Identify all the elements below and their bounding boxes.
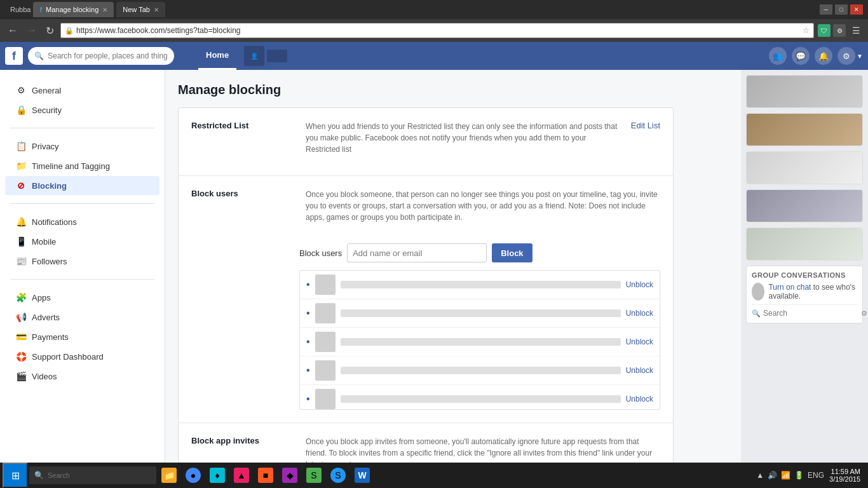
settings-ext-icon[interactable]: ⚙	[833, 24, 846, 37]
right-card-image-2	[747, 114, 862, 146]
sidebar-item-adverts[interactable]: 📢 Adverts	[5, 308, 159, 327]
bullet-icon: •	[306, 279, 310, 290]
blocked-name	[341, 338, 621, 346]
block-user-input[interactable]	[347, 243, 487, 262]
fb-friends-icon[interactable]: 👥	[769, 47, 787, 65]
blocked-name	[341, 281, 621, 288]
fb-avatar-block: 👤	[244, 46, 264, 66]
fb-notifications-icon[interactable]: 🔔	[815, 47, 832, 65]
sidebar-item-label-payments: Payments	[32, 332, 69, 342]
unblock-link-3[interactable]: Unblock	[626, 337, 653, 346]
fb-name-block	[267, 50, 287, 62]
group-conv-title: GROUP CONVERSATIONS	[752, 271, 857, 279]
new-tab-label: New Tab	[123, 6, 150, 13]
settings-conv-icon[interactable]: ⚙	[861, 309, 867, 318]
group-conv-info: Turn on chat to see who's available.	[768, 283, 857, 301]
blocked-avatar	[315, 332, 336, 352]
support-icon: 🛟	[15, 351, 27, 362]
sidebar-item-general[interactable]: ⚙ General	[5, 81, 159, 100]
address-bar[interactable]: 🔒 https://www.facebook.com/settings?tab=…	[60, 23, 814, 38]
adverts-icon: 📢	[15, 311, 27, 323]
mobile-icon: 📱	[15, 236, 27, 247]
facebook-header: f 🔍 Home 👤 👥 💬 🔔 ⚙ ▼	[0, 42, 868, 70]
sidebar-item-payments[interactable]: 💳 Payments	[5, 327, 159, 346]
unblock-link-1[interactable]: Unblock	[626, 280, 653, 289]
list-item: • Unblock	[300, 328, 660, 356]
sidebar-item-label-timeline: Timeline and Tagging	[32, 161, 110, 171]
list-item: • Unblock	[300, 385, 660, 410]
turn-on-chat-text[interactable]: Turn on chat to see who's available.	[768, 283, 857, 301]
payments-icon: 💳	[15, 331, 27, 342]
facebook-nav: Home 👤	[198, 42, 287, 70]
sidebar-item-apps[interactable]: 🧩 Apps	[5, 288, 159, 307]
back-button[interactable]: ←	[5, 24, 20, 37]
restricted-list-label: Restricted List	[191, 121, 293, 163]
sidebar-item-label-apps: Apps	[32, 293, 51, 302]
maximize-button[interactable]: □	[835, 4, 848, 15]
close-button[interactable]: ✕	[850, 4, 863, 15]
blocked-avatar	[315, 360, 336, 381]
bullet-icon: •	[306, 308, 310, 319]
browser-toolbar: ← → ↻ 🔒 https://www.facebook.com/setting…	[0, 19, 868, 42]
list-item: • Unblock	[300, 356, 660, 385]
block-button[interactable]: Block	[492, 243, 532, 262]
active-tab[interactable]: f Manage blocking ✕	[33, 2, 114, 17]
tab-label: Manage blocking	[46, 6, 98, 13]
minimize-button[interactable]: ─	[820, 4, 832, 15]
fb-messages-icon[interactable]: 💬	[792, 47, 810, 65]
notifications-icon: 🔔	[15, 216, 27, 227]
new-tab[interactable]: New Tab ✕	[116, 2, 165, 17]
block-users-label: Block users	[191, 189, 293, 231]
sidebar-item-mobile[interactable]: 📱 Mobile	[5, 232, 159, 251]
block-users-inline-label: Block users	[299, 248, 342, 258]
sidebar-item-followers[interactable]: 📰 Followers	[5, 252, 159, 271]
list-item: • Unblock	[300, 271, 660, 299]
page-wrapper: ⚙ General 🔒 Security 📋 Privacy 📁 Timelin…	[0, 70, 868, 463]
blocked-avatar	[315, 389, 336, 409]
fb-settings-dropdown[interactable]: ⚙ ▼	[837, 47, 863, 65]
sidebar-item-security[interactable]: 🔒 Security	[5, 100, 159, 119]
page-title: Manage blocking	[178, 83, 728, 97]
edit-list-link[interactable]: Edit List	[631, 121, 660, 163]
right-sidebar: GROUP CONVERSATIONS Turn on chat to see …	[741, 70, 868, 463]
chevron-down-icon: ▼	[857, 53, 863, 60]
sidebar-item-privacy[interactable]: 📋 Privacy	[5, 137, 159, 156]
sidebar-item-label-blocking: Blocking	[32, 181, 67, 191]
sidebar-item-videos[interactable]: 🎬 Videos	[5, 367, 159, 386]
group-conv-user: Turn on chat to see who's available.	[752, 283, 857, 301]
right-card-1	[746, 75, 863, 108]
url-text: https://www.facebook.com/settings?tab=bl…	[76, 26, 800, 35]
blocked-users-list: • Unblock • Unblock •	[299, 270, 660, 410]
tab-close-icon[interactable]: ✕	[102, 6, 107, 13]
unblock-link-5[interactable]: Unblock	[626, 395, 653, 403]
shield-ext-icon[interactable]: 🛡	[818, 24, 831, 37]
security-icon: 🔒	[15, 104, 27, 116]
new-tab-close-icon[interactable]: ✕	[154, 6, 159, 13]
reload-button[interactable]: ↻	[43, 24, 57, 38]
forward-button[interactable]: →	[24, 24, 39, 37]
browser-menu-button[interactable]: ☰	[850, 24, 863, 37]
home-label: Home	[206, 50, 229, 60]
nav-home[interactable]: Home	[198, 42, 236, 70]
block-app-invites-label: Block app invites	[191, 436, 293, 463]
unblock-link-4[interactable]: Unblock	[626, 366, 653, 375]
facebook-search-bar[interactable]: 🔍	[28, 47, 174, 65]
sidebar-item-label-privacy: Privacy	[32, 142, 59, 151]
bookmark-icon[interactable]: ☆	[803, 26, 810, 35]
privacy-icon: 📋	[15, 140, 27, 152]
sidebar-item-label-support: Support Dashboard	[32, 352, 104, 362]
search-icon: 🔍	[34, 51, 44, 60]
search-input[interactable]	[48, 51, 168, 60]
unblock-link-2[interactable]: Unblock	[626, 309, 653, 318]
sidebar-item-support[interactable]: 🛟 Support Dashboard	[5, 347, 159, 366]
sidebar-item-notifications[interactable]: 🔔 Notifications	[5, 212, 159, 231]
sidebar-item-blocking[interactable]: ⊘ Blocking	[5, 176, 159, 195]
group-conv-search-input[interactable]	[763, 309, 858, 318]
facebook-logo: f	[5, 47, 23, 65]
block-users-desc: Once you block someone, that person can …	[306, 189, 660, 223]
apps-icon: 🧩	[15, 292, 27, 303]
settings-sidebar: ⚙ General 🔒 Security 📋 Privacy 📁 Timelin…	[0, 70, 165, 463]
fb-settings-icon: ⚙	[837, 47, 855, 65]
followers-icon: 📰	[15, 255, 27, 267]
sidebar-item-timeline[interactable]: 📁 Timeline and Tagging	[5, 156, 159, 175]
